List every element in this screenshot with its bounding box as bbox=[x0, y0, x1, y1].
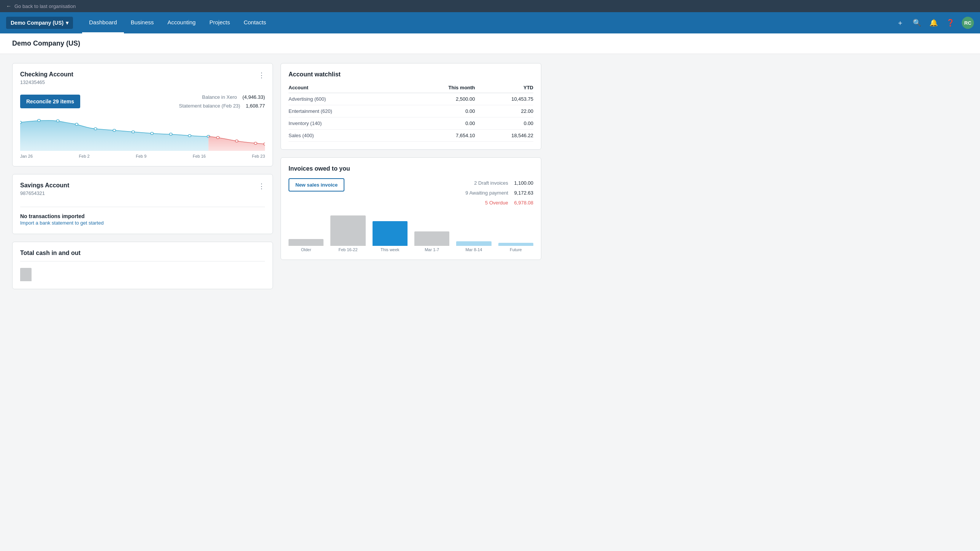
table-row: Inventory (140) 0.00 0.00 bbox=[288, 118, 533, 130]
bar-group: Older bbox=[288, 239, 323, 252]
bar-group: Feb 16-22 bbox=[330, 216, 365, 252]
main-nav: Demo Company (US) ▾ Dashboard Business A… bbox=[0, 12, 980, 33]
svg-point-14 bbox=[263, 143, 265, 145]
balance-in-xero-value: (4,946.33) bbox=[243, 94, 265, 100]
invoices-title: Invoices owed to you bbox=[288, 165, 533, 172]
bar-group: Mar 1-7 bbox=[414, 232, 449, 252]
bar-group: This week bbox=[372, 221, 407, 252]
total-cash-divider bbox=[20, 261, 265, 262]
total-cash-card: Total cash in and out bbox=[12, 242, 273, 289]
nav-dashboard[interactable]: Dashboard bbox=[82, 12, 124, 33]
watchlist-table: Account This month YTD Advertising (600)… bbox=[288, 83, 533, 142]
checking-account-menu-icon[interactable]: ⋮ bbox=[258, 71, 265, 79]
bar bbox=[288, 239, 323, 246]
svg-point-12 bbox=[235, 140, 238, 142]
awaiting-payment-amount: 9,172.63 bbox=[514, 190, 533, 196]
watchlist-this-month: 0.00 bbox=[404, 118, 475, 130]
watchlist-account-name: Entertainment (620) bbox=[288, 105, 404, 118]
table-row: Advertising (600) 2,500.00 10,453.75 bbox=[288, 93, 533, 105]
chevron-down-icon: ▾ bbox=[66, 20, 68, 26]
import-link[interactable]: Import a bank statement to get started bbox=[20, 220, 104, 226]
chart-labels: Jan 26 Feb 2 Feb 9 Feb 16 Feb 23 bbox=[20, 154, 265, 159]
checking-account-title: Checking Account bbox=[20, 71, 73, 78]
svg-point-8 bbox=[170, 133, 172, 135]
chart-label-jan26: Jan 26 bbox=[20, 154, 33, 159]
svg-point-9 bbox=[188, 135, 191, 137]
nav-projects[interactable]: Projects bbox=[203, 12, 237, 33]
balance-in-xero-label: Balance in Xero bbox=[202, 94, 237, 100]
watchlist-ytd: 18,546.22 bbox=[475, 130, 533, 142]
watchlist-account-name: Advertising (600) bbox=[288, 93, 404, 105]
bar bbox=[414, 232, 449, 246]
bar-group: Mar 8-14 bbox=[456, 241, 491, 252]
bell-icon[interactable]: 🔔 bbox=[928, 17, 939, 28]
nav-accounting[interactable]: Accounting bbox=[161, 12, 203, 33]
search-icon[interactable]: 🔍 bbox=[912, 17, 922, 28]
watchlist-account-name: Inventory (140) bbox=[288, 118, 404, 130]
svg-point-0 bbox=[20, 121, 22, 124]
watchlist-this-month: 7,654.10 bbox=[404, 130, 475, 142]
awaiting-payment-label: 9 Awaiting payment bbox=[465, 190, 508, 196]
total-cash-title: Total cash in and out bbox=[20, 250, 265, 257]
reconcile-button[interactable]: Reconcile 29 items bbox=[20, 95, 80, 108]
help-icon[interactable]: ❓ bbox=[945, 17, 956, 28]
svg-point-7 bbox=[151, 132, 153, 135]
chart-label-feb16: Feb 16 bbox=[193, 154, 206, 159]
watchlist-account-name: Sales (400) bbox=[288, 130, 404, 142]
watchlist-this-month: 2,500.00 bbox=[404, 93, 475, 105]
checking-account-card: Checking Account 132435465 ⋮ Reconcile 2… bbox=[12, 63, 273, 167]
bar bbox=[372, 221, 407, 246]
bar bbox=[498, 243, 533, 246]
svg-point-1 bbox=[38, 119, 40, 122]
savings-account-title: Savings Account bbox=[20, 182, 69, 189]
add-icon[interactable]: ＋ bbox=[895, 17, 905, 28]
overdue-label: 5 Overdue bbox=[485, 200, 508, 206]
avatar[interactable]: RC bbox=[962, 17, 974, 29]
bar-label: Older bbox=[301, 248, 311, 252]
draft-invoices-label: 2 Draft invoices bbox=[474, 180, 508, 186]
svg-point-6 bbox=[132, 131, 135, 133]
company-selector[interactable]: Demo Company (US) ▾ bbox=[6, 17, 73, 29]
top-bar: ← Go back to last organisation bbox=[0, 0, 980, 12]
nav-business[interactable]: Business bbox=[124, 12, 161, 33]
svg-point-4 bbox=[94, 128, 97, 130]
no-transactions-label: No transactions imported bbox=[20, 213, 265, 219]
checking-account-number: 132435465 bbox=[20, 79, 73, 85]
nav-actions: ＋ 🔍 🔔 ❓ RC bbox=[895, 17, 974, 29]
invoices-bar-chart: OlderFeb 16-22This weekMar 1-7Mar 8-14Fu… bbox=[288, 214, 533, 252]
savings-account-card: Savings Account 987654321 ⋮ No transacti… bbox=[12, 174, 273, 234]
svg-point-13 bbox=[254, 142, 257, 144]
bar-group: Future bbox=[498, 243, 533, 252]
new-sales-invoice-button[interactable]: New sales invoice bbox=[288, 178, 344, 192]
watchlist-col-ytd: YTD bbox=[475, 83, 533, 93]
nav-links: Dashboard Business Accounting Projects C… bbox=[82, 12, 895, 33]
invoices-owed-card: Invoices owed to you New sales invoice 2… bbox=[280, 157, 541, 260]
main-content: Checking Account 132435465 ⋮ Reconcile 2… bbox=[0, 54, 554, 298]
bar bbox=[456, 241, 491, 246]
watchlist-ytd: 10,453.75 bbox=[475, 93, 533, 105]
invoice-stats: 2 Draft invoices 1,100.00 9 Awaiting pay… bbox=[465, 178, 533, 208]
watchlist-title: Account watchlist bbox=[288, 71, 533, 78]
watchlist-ytd: 22.00 bbox=[475, 105, 533, 118]
table-row: Entertainment (620) 0.00 22.00 bbox=[288, 105, 533, 118]
draft-invoices-amount: 1,100.00 bbox=[514, 180, 533, 186]
balance-info: Balance in Xero (4,946.33) Statement bal… bbox=[179, 93, 265, 111]
overdue-amount: 6,978.08 bbox=[514, 200, 533, 206]
bar-label: Mar 8-14 bbox=[465, 248, 482, 252]
savings-account-menu-icon[interactable]: ⋮ bbox=[258, 182, 265, 191]
savings-divider bbox=[20, 207, 265, 207]
bar-label: Feb 16-22 bbox=[338, 248, 357, 252]
svg-point-3 bbox=[75, 123, 78, 125]
bar-label: This week bbox=[380, 248, 399, 252]
svg-point-2 bbox=[56, 120, 59, 122]
checking-chart bbox=[20, 117, 265, 152]
chart-label-feb23: Feb 23 bbox=[252, 154, 265, 159]
account-watchlist-card: Account watchlist Account This month YTD… bbox=[280, 63, 541, 150]
bar-label: Mar 1-7 bbox=[425, 248, 439, 252]
back-label[interactable]: Go back to last organisation bbox=[14, 3, 76, 9]
company-name: Demo Company (US) bbox=[11, 20, 64, 26]
chart-label-feb2: Feb 2 bbox=[79, 154, 90, 159]
nav-contacts[interactable]: Contacts bbox=[237, 12, 273, 33]
back-arrow-icon: ← bbox=[6, 3, 11, 9]
watchlist-col-this-month: This month bbox=[404, 83, 475, 93]
